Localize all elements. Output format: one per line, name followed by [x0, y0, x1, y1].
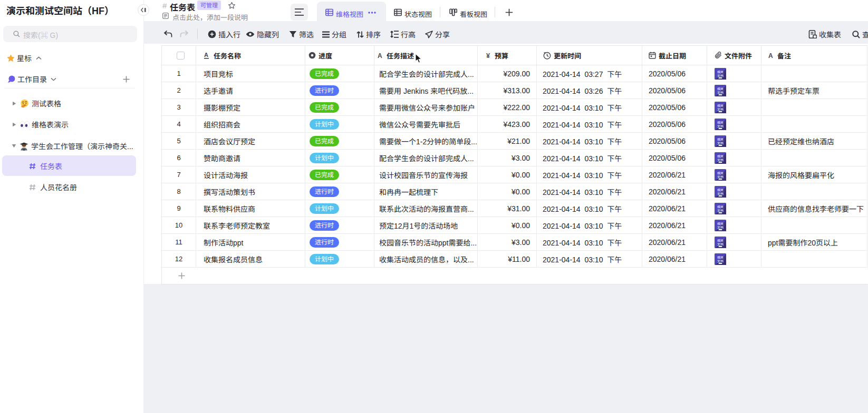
- svg-text:A: A: [204, 52, 208, 58]
- svg-text:A: A: [378, 52, 382, 60]
- svg-text:文档: 文档: [717, 73, 724, 77]
- svg-text:文档: 文档: [717, 224, 724, 229]
- svg-text:文档: 文档: [717, 106, 724, 111]
- svg-text:文档: 文档: [717, 90, 724, 94]
- svg-text:¥: ¥: [486, 52, 490, 60]
- svg-text:文档: 文档: [717, 123, 724, 128]
- svg-text:文档: 文档: [717, 140, 724, 145]
- svg-text:文档: 文档: [717, 208, 724, 212]
- svg-text:文档: 文档: [717, 157, 724, 162]
- svg-text:文档: 文档: [717, 241, 724, 246]
- svg-text:文档: 文档: [717, 174, 724, 179]
- svg-text:A: A: [768, 52, 773, 60]
- svg-text:文档: 文档: [717, 191, 724, 195]
- svg-text:文档: 文档: [717, 258, 724, 263]
